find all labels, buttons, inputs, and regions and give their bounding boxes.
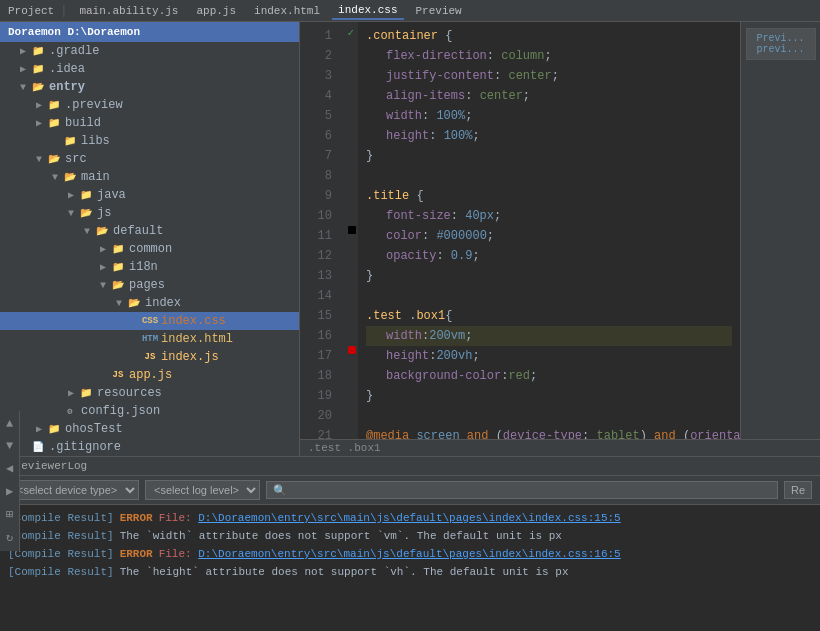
code-line-18: background-color:red; [366, 366, 732, 386]
top-bar-item3[interactable]: index.html [248, 3, 326, 19]
sidebar-title: Doraemon D:\Doraemon [8, 26, 140, 38]
tree-label: default [113, 224, 163, 238]
black-dot [348, 226, 356, 234]
top-bar-item2[interactable]: app.js [190, 3, 242, 19]
grid-icon[interactable]: ⊞ [4, 505, 15, 524]
folder-icon: 📂 [46, 152, 62, 166]
folder-icon: 📂 [110, 278, 126, 292]
log-search-input[interactable] [266, 481, 778, 499]
html-file-icon: HTM [142, 332, 158, 346]
arrow-icon: ▼ [32, 154, 46, 165]
folder-icon: 📁 [30, 44, 46, 58]
tree-item-java[interactable]: ▶ 📁 java [0, 186, 299, 204]
tree-item-resources[interactable]: ▶ 📁 resources [0, 384, 299, 402]
tree-label: pages [129, 278, 165, 292]
folder-icon: 📂 [78, 206, 94, 220]
tree-label: .gitignore [49, 440, 121, 454]
ln-12: 12 [300, 246, 332, 266]
log-link-3[interactable]: D:\Doraemon\entry\src\main\js\default\pa… [198, 548, 620, 560]
tree-item-index-folder[interactable]: ▼ 📂 index [0, 294, 299, 312]
tree-label: .idea [49, 62, 85, 76]
tree-label: index.js [161, 350, 219, 364]
breadcrumb: .test .box1 [300, 439, 820, 456]
top-bar-item4[interactable]: index.css [332, 2, 403, 20]
preview-label: Previ... [751, 33, 811, 44]
tree-label: index [145, 296, 181, 310]
tree-item-default[interactable]: ▼ 📂 default [0, 222, 299, 240]
folder-icon: 📂 [62, 170, 78, 184]
tree-item-i18n[interactable]: ▶ 📁 i18n [0, 258, 299, 276]
bottom-toolbar: <select device type> <select log level> … [0, 476, 820, 505]
editor-area: 1 2 3 4 5 6 7 8 9 10 11 12 13 14 15 16 1 [300, 22, 820, 456]
tree-item-js[interactable]: ▼ 📂 js [0, 204, 299, 222]
js-file-icon: JS [142, 350, 158, 364]
down-icon[interactable]: ▼ [4, 437, 15, 455]
code-text: height:200vh; [366, 346, 480, 366]
tree-item-entry[interactable]: ▼ 📂 entry [0, 78, 299, 96]
arrow-icon: ▶ [96, 261, 110, 273]
tree-item-libs[interactable]: ▶ 📁 libs [0, 132, 299, 150]
ln-15: 15 [300, 306, 332, 326]
tree-item-index-js[interactable]: ▶ JS index.js [0, 348, 299, 366]
code-text: { [438, 26, 452, 46]
tree-label: js [97, 206, 111, 220]
tree-label: resources [97, 386, 162, 400]
ln-9: 9 [300, 186, 332, 206]
device-type-select[interactable]: <select device type> [8, 480, 139, 500]
tree-item-gradle[interactable]: ▶ 📁 .gradle [0, 42, 299, 60]
project-label: Project [8, 5, 54, 17]
log-type-1: ERROR [120, 509, 153, 527]
tree-item-main[interactable]: ▼ 📂 main [0, 168, 299, 186]
tree-item-preview[interactable]: ▶ 📁 .preview [0, 96, 299, 114]
log-link-1[interactable]: D:\Doraemon\entry\src\main\js\default\pa… [198, 512, 620, 524]
tree-item-common[interactable]: ▶ 📁 common [0, 240, 299, 258]
tree-item-src[interactable]: ▼ 📂 src [0, 150, 299, 168]
top-bar-item1[interactable]: main.ability.js [73, 3, 184, 19]
breadcrumb-text: .test .box1 [308, 442, 381, 454]
arrow-icon: ▶ [96, 243, 110, 255]
arrow-icon: ▼ [48, 172, 62, 183]
line-numbers: 1 2 3 4 5 6 7 8 9 10 11 12 13 14 15 16 1 [300, 22, 340, 439]
up-icon[interactable]: ▲ [4, 415, 15, 433]
tree-label: index.html [161, 332, 233, 346]
tree-label: main [81, 170, 110, 184]
tree-item-idea[interactable]: ▶ 📁 .idea [0, 60, 299, 78]
ln-3: 3 [300, 66, 332, 86]
code-line-7: } [366, 146, 732, 166]
tree-label: i18n [129, 260, 158, 274]
ln-4: 4 [300, 86, 332, 106]
tree-item-index-html[interactable]: ▶ HTM index.html [0, 330, 299, 348]
tree-item-gitignore[interactable]: ▶ 📄 .gitignore [0, 438, 299, 456]
code-text: justify-content: center; [366, 66, 559, 86]
right-icon-btn[interactable]: ▶ [4, 482, 15, 501]
refresh-icon[interactable]: ↻ [4, 528, 15, 547]
tree-item-pages[interactable]: ▼ 📂 pages [0, 276, 299, 294]
tree-item-ohostest[interactable]: ▶ 📁 ohosTest [0, 420, 299, 438]
folder-icon: 📁 [110, 242, 126, 256]
content-area: Doraemon D:\Doraemon ▶ 📁 .gradle ▶ 📁 .id… [0, 22, 820, 456]
tree-item-index-css[interactable]: ▶ CSS index.css [0, 312, 299, 330]
error-dot [348, 346, 356, 354]
left-icon-btn[interactable]: ◀ [4, 459, 15, 478]
tree-label: app.js [129, 368, 172, 382]
top-bar-preview[interactable]: Preview [410, 3, 468, 19]
code-area[interactable]: .container { flex-direction: column; jus… [358, 22, 740, 439]
code-text: { [409, 186, 423, 206]
sidebar: Doraemon D:\Doraemon ▶ 📁 .gradle ▶ 📁 .id… [0, 22, 300, 456]
code-line-10: font-size: 40px; [366, 206, 732, 226]
tree-item-appjs[interactable]: ▶ JS app.js [0, 366, 299, 384]
folder-icon: 📁 [30, 62, 46, 76]
tree-label: .preview [65, 98, 123, 112]
arrow-icon: ▼ [80, 226, 94, 237]
tree-item-build[interactable]: ▶ 📁 build [0, 114, 299, 132]
sidebar-header: Doraemon D:\Doraemon [0, 22, 299, 42]
arrow-icon: ▼ [16, 82, 30, 93]
refresh-button[interactable]: Re [784, 481, 812, 499]
folder-icon: 📁 [78, 188, 94, 202]
code-text: align-items: center; [366, 86, 530, 106]
log-level-select[interactable]: <select log level> [145, 480, 260, 500]
tree-label: index.css [161, 314, 226, 328]
tree-label: entry [49, 80, 85, 94]
preview-button[interactable]: Previ... previ... [746, 28, 816, 60]
tree-item-configjson[interactable]: ▶ ⚙ config.json [0, 402, 299, 420]
